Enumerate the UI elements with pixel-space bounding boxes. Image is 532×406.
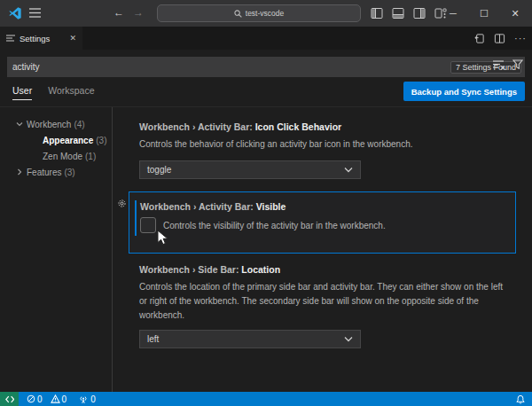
toc-item-features[interactable]: Features (3)	[0, 164, 112, 180]
editor-actions: ···	[473, 27, 527, 50]
command-center-title: test-vscode	[246, 9, 284, 18]
scope-tab-user[interactable]: User	[12, 85, 32, 100]
more-actions-icon[interactable]: ···	[514, 33, 527, 43]
toc-count: (1)	[85, 152, 96, 161]
remote-icon	[5, 395, 14, 403]
toc-label: Appearance	[43, 136, 93, 145]
notifications-bell-icon[interactable]	[516, 394, 525, 404]
title-bar: ← → test-vscode ─ ☐ ✕	[0, 0, 532, 27]
icon-click-behavior-select[interactable]: toggle	[139, 160, 361, 179]
toc-count: (3)	[64, 168, 74, 177]
setting-side-bar-location[interactable]: Workbench › Side Bar: Location Controls …	[129, 255, 516, 359]
problems-warnings[interactable]: 0	[51, 394, 67, 404]
toggle-panel-icon[interactable]	[392, 7, 404, 20]
settings-body: Workbench (4) Appearance (3) Zen Mode (1…	[0, 107, 532, 392]
remote-indicator[interactable]	[0, 392, 19, 406]
toc-label: Zen Mode	[43, 152, 82, 161]
radio-tower-icon	[78, 394, 89, 404]
setting-title: Workbench › Activity Bar: Icon Click Beh…	[139, 121, 505, 132]
menu-hamburger-icon[interactable]	[29, 8, 41, 18]
toc-item-zen-mode[interactable]: Zen Mode (1)	[0, 148, 112, 164]
settings-list: Workbench › Activity Bar: Icon Click Beh…	[113, 107, 532, 392]
toc-count: (3)	[96, 136, 106, 145]
layout-controls	[371, 7, 447, 20]
toggle-secondary-sidebar-icon[interactable]	[413, 7, 426, 20]
split-editor-icon[interactable]	[494, 33, 505, 44]
chevron-right-icon[interactable]	[16, 168, 27, 176]
settings-scope-tabs: User Workspace	[12, 85, 95, 100]
filter-funnel-icon[interactable]	[512, 59, 523, 70]
vscode-logo-icon	[8, 6, 22, 20]
minimize-button[interactable]: ─	[442, 0, 465, 27]
setting-icon-click-behavior[interactable]: Workbench › Activity Bar: Icon Click Beh…	[129, 113, 516, 190]
modified-indicator	[135, 200, 137, 236]
close-tab-icon[interactable]: ✕	[69, 34, 76, 43]
status-bar: 0 0 0	[0, 392, 532, 406]
settings-search-value[interactable]: activity	[7, 62, 450, 72]
toc-item-appearance[interactable]: Appearance (3)	[0, 132, 112, 148]
setting-title: Workbench › Side Bar: Location	[139, 264, 505, 275]
toc-item-workbench[interactable]: Workbench (4)	[0, 116, 112, 132]
close-window-button[interactable]: ✕	[504, 0, 527, 27]
tab-settings[interactable]: Settings ✕	[0, 27, 82, 50]
open-settings-json-icon[interactable]	[473, 33, 485, 44]
search-toolbar	[493, 59, 523, 70]
maximize-button[interactable]: ☐	[473, 0, 496, 27]
editor-tab-bar: Settings ✕ ···	[0, 27, 532, 50]
settings-toc: Workbench (4) Appearance (3) Zen Mode (1…	[0, 107, 113, 392]
forwarded-ports[interactable]: 0	[78, 394, 96, 404]
setting-activity-bar-visible[interactable]: Workbench › Activity Bar: Visible Contro…	[129, 191, 516, 254]
settings-editor-icon	[6, 34, 15, 43]
toc-label: Workbench	[27, 120, 71, 129]
tab-label: Settings	[20, 34, 50, 43]
nav-back-icon[interactable]: ←	[113, 6, 124, 19]
settings-header: activity 7 Settings Found User Workspace…	[0, 50, 532, 107]
chevron-down-icon	[344, 336, 353, 342]
toc-count: (4)	[74, 120, 84, 129]
setting-description: Controls the behavior of clicking an act…	[139, 137, 505, 152]
problems-errors[interactable]: 0	[27, 394, 43, 404]
side-bar-location-select[interactable]: left	[139, 330, 361, 348]
mouse-cursor-icon	[157, 230, 168, 246]
settings-search-input[interactable]: activity 7 Settings Found	[7, 57, 525, 77]
clear-search-icon[interactable]	[493, 59, 505, 70]
setting-title: Workbench › Activity Bar: Visible	[140, 201, 505, 212]
chevron-down-icon[interactable]	[16, 121, 27, 128]
error-icon	[27, 394, 35, 403]
setting-description: Controls the location of the primary sid…	[139, 280, 505, 323]
setting-description: Controls the visibility of the activity …	[163, 219, 386, 233]
search-icon	[234, 10, 242, 18]
command-center-search[interactable]: test-vscode	[157, 4, 361, 22]
warning-icon	[51, 394, 60, 403]
scope-tab-workspace[interactable]: Workspace	[48, 85, 94, 100]
visible-checkbox[interactable]	[140, 217, 156, 233]
chevron-down-icon	[344, 167, 353, 173]
toggle-sidebar-icon[interactable]	[371, 7, 383, 20]
gear-icon[interactable]	[117, 199, 127, 208]
backup-sync-settings-button[interactable]: Backup and Sync Settings	[403, 82, 525, 101]
nav-forward-icon: →	[133, 6, 144, 19]
toc-label: Features	[27, 168, 61, 177]
